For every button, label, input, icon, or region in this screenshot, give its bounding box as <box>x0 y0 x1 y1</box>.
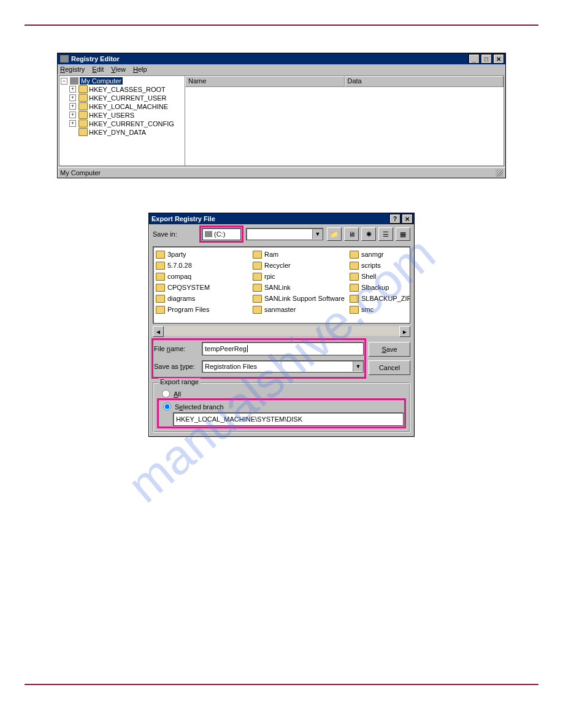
maximize-button[interactable]: □ <box>481 54 492 64</box>
content-pane: − My Computer +HKEY_CLASSES_ROOT +HKEY_C… <box>59 75 504 166</box>
folder-item[interactable]: Shell <box>350 271 410 281</box>
folder-item[interactable]: sanmgr <box>350 249 410 259</box>
folder-item[interactable]: SLBACKUP_ZIP <box>350 294 410 303</box>
save-button[interactable]: Save <box>369 342 410 357</box>
folder-label: compaq <box>167 273 191 280</box>
save-in-value: (C:) <box>214 230 225 238</box>
folder-icon <box>253 262 262 270</box>
chevron-down-icon[interactable]: ▼ <box>312 229 323 239</box>
folder-icon <box>79 94 88 102</box>
list-pane[interactable]: Name Data <box>185 76 504 165</box>
close-button[interactable]: ✕ <box>493 54 504 64</box>
filename-input[interactable]: tempPeerReg <box>202 342 364 355</box>
folder-icon <box>350 306 359 314</box>
folder-label: SLBACKUP_ZIP <box>361 295 410 302</box>
tree-key[interactable]: HKEY_CLASSES_ROOT <box>89 86 166 93</box>
export-range-group: Export range All Selected branch HKEY_LO… <box>153 382 410 433</box>
folder-item[interactable]: compaq <box>156 271 248 281</box>
folder-item[interactable]: Slbackup <box>350 282 410 292</box>
folder-icon <box>253 306 262 314</box>
file-list[interactable]: 3party5.7.0.28compaqCPQSYSTEMdiagramsPro… <box>153 246 410 324</box>
expander-icon[interactable]: + <box>69 103 76 110</box>
folder-label: diagrams <box>167 295 195 302</box>
tree-key[interactable]: HKEY_LOCAL_MACHINE <box>89 103 168 110</box>
folder-icon <box>350 273 359 281</box>
tree-key[interactable]: HKEY_USERS <box>89 112 134 119</box>
folder-label: Recycler <box>264 262 291 269</box>
menu-view[interactable]: View <box>111 66 126 73</box>
details-view-button[interactable]: ▦ <box>396 227 410 241</box>
expander-icon[interactable]: + <box>69 94 76 101</box>
folder-icon <box>253 251 262 259</box>
menu-help[interactable]: Help <box>133 66 147 73</box>
folder-icon <box>156 306 165 314</box>
folder-item[interactable]: Program Files <box>156 305 248 314</box>
radio-all[interactable]: All <box>158 388 405 400</box>
expander-icon[interactable]: + <box>69 86 76 93</box>
folder-item[interactable]: CPQSYSTEM <box>156 282 248 292</box>
folder-item[interactable]: diagrams <box>156 294 248 303</box>
folder-item[interactable]: 3party <box>156 249 248 259</box>
folder-icon <box>253 273 262 281</box>
folder-icon <box>79 85 88 93</box>
scroll-right-icon[interactable]: ► <box>399 326 410 337</box>
scrollbar-horizontal[interactable]: ◄ ► <box>153 326 410 336</box>
column-header-name[interactable]: Name <box>185 76 345 87</box>
folder-item[interactable]: 5.7.0.28 <box>156 260 248 270</box>
minimize-button[interactable]: _ <box>469 54 480 64</box>
registry-editor-window: Registry Editor _ □ ✕ Registry Edit View… <box>57 53 506 178</box>
folder-icon <box>79 119 88 127</box>
menu-edit[interactable]: Edit <box>92 66 104 73</box>
savetype-dropdown[interactable]: Registration Files ▼ <box>202 360 364 373</box>
folder-label: Ram <box>264 251 278 258</box>
folder-icon <box>156 251 165 259</box>
folder-item[interactable]: smc <box>350 305 410 314</box>
up-folder-button[interactable]: 📁 <box>327 227 342 241</box>
tree-key[interactable]: HKEY_CURRENT_USER <box>89 94 167 102</box>
chevron-down-icon[interactable]: ▼ <box>353 362 363 371</box>
radio-selected-branch[interactable]: Selected branch <box>159 401 404 412</box>
tree-key[interactable]: HKEY_DYN_DATA <box>89 129 146 136</box>
tree-key[interactable]: HKEY_CURRENT_CONFIG <box>89 120 174 127</box>
titlebar[interactable]: Registry Editor _ □ ✕ <box>58 53 505 64</box>
expander-icon[interactable]: + <box>69 120 76 127</box>
save-in-wide-dropdown[interactable]: ▼ <box>246 228 323 240</box>
folder-icon <box>253 284 262 292</box>
folder-icon <box>156 284 165 292</box>
selected-branch-input[interactable]: HKEY_LOCAL_MACHINE\SYSTEM\DISK <box>173 412 404 426</box>
tree-root[interactable]: My Computer <box>80 77 123 85</box>
folder-item[interactable]: sanmaster <box>253 305 345 314</box>
menu-registry[interactable]: Registry <box>60 66 85 73</box>
new-folder-button[interactable]: ✱ <box>361 227 376 241</box>
resize-grip-icon[interactable] <box>496 169 503 176</box>
statusbar: My Computer <box>58 167 505 178</box>
export-range-label: Export range <box>158 378 201 385</box>
cancel-button[interactable]: Cancel <box>369 360 410 375</box>
expander-icon[interactable]: − <box>61 78 67 85</box>
expander-icon[interactable]: + <box>69 112 76 118</box>
close-button[interactable]: ✕ <box>402 214 413 224</box>
folder-label: smc <box>361 306 373 313</box>
folder-item[interactable]: Ram <box>253 249 345 259</box>
top-rule <box>25 25 538 26</box>
dialog-titlebar[interactable]: Export Registry File ? ✕ <box>149 213 414 224</box>
folder-item[interactable]: scripts <box>350 260 410 270</box>
folder-label: Shell <box>361 273 376 280</box>
folder-icon <box>79 111 88 119</box>
folder-icon <box>253 295 262 303</box>
scroll-left-icon[interactable]: ◄ <box>153 326 164 337</box>
folder-icon <box>350 262 359 270</box>
list-view-button[interactable]: ☰ <box>378 227 393 241</box>
folder-item[interactable]: Recycler <box>253 260 345 270</box>
tree-pane[interactable]: − My Computer +HKEY_CLASSES_ROOT +HKEY_C… <box>59 76 185 165</box>
desktop-button[interactable]: 🖥 <box>344 227 359 241</box>
export-dialog: Export Registry File ? ✕ Save in: (C:) ▼… <box>148 213 415 437</box>
folder-item[interactable]: SANLink Support Software <box>253 294 345 303</box>
column-header-data[interactable]: Data <box>345 76 504 87</box>
filename-label: File name: <box>154 345 198 352</box>
folder-icon <box>350 295 359 303</box>
folder-item[interactable]: SANLink <box>253 282 345 292</box>
help-button[interactable]: ? <box>389 214 400 224</box>
save-in-dropdown[interactable]: (C:) <box>202 228 241 240</box>
folder-item[interactable]: rpic <box>253 271 345 281</box>
